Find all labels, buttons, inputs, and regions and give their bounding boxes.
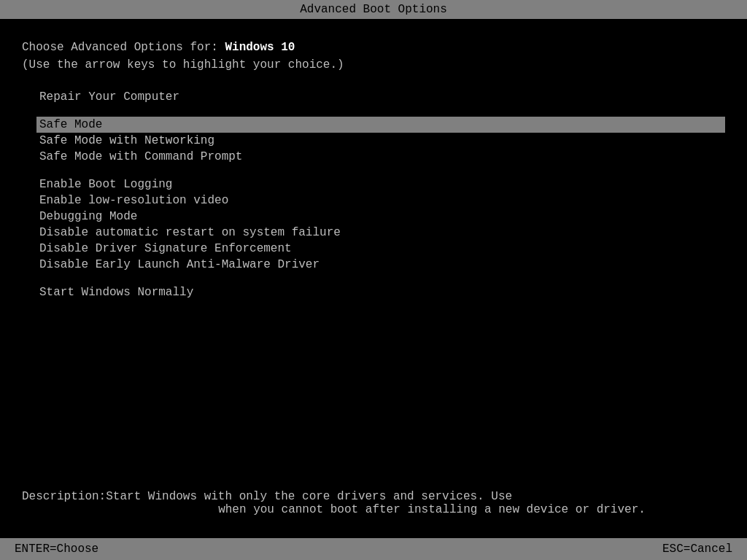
menu-item-disable-driver-sig[interactable]: Disable Driver Signature Enforcement	[36, 241, 725, 257]
header-line2: (Use the arrow keys to highlight your ch…	[22, 58, 725, 71]
menu-item-boot-logging[interactable]: Enable Boot Logging	[36, 176, 725, 192]
header-prefix: Choose Advanced Options for:	[22, 41, 225, 54]
description-line2: when you cannot boot after installing a …	[22, 503, 725, 516]
description-label: Description:	[22, 490, 106, 503]
description-text-line1: Start Windows with only the core drivers…	[106, 490, 512, 503]
spacer-2	[36, 165, 725, 176]
menu-item-start-normally[interactable]: Start Windows Normally	[36, 284, 725, 300]
enter-label: ENTER=Choose	[15, 542, 98, 556]
menu-section: Repair Your Computer Safe Mode Safe Mode…	[36, 89, 725, 300]
description-line1: Description: Start Windows with only the…	[22, 490, 725, 503]
menu-item-debugging[interactable]: Debugging Mode	[36, 209, 725, 225]
description-section: Description: Start Windows with only the…	[0, 490, 747, 516]
os-label: Windows 10	[225, 41, 295, 54]
footer-bar: ENTER=Choose ESC=Cancel	[0, 538, 747, 560]
esc-label: ESC=Cancel	[662, 542, 732, 556]
title-text: Advanced Boot Options	[300, 3, 447, 16]
menu-item-safe-mode[interactable]: Safe Mode	[36, 117, 725, 133]
menu-item-disable-early-launch[interactable]: Disable Early Launch Anti-Malware Driver	[36, 257, 725, 273]
title-bar: Advanced Boot Options	[0, 0, 747, 19]
spacer-3	[36, 273, 725, 284]
spacer-1	[36, 105, 725, 117]
menu-item-repair[interactable]: Repair Your Computer	[36, 89, 725, 105]
menu-item-disable-restart[interactable]: Disable automatic restart on system fail…	[36, 225, 725, 241]
main-content: Choose Advanced Options for: Windows 10 …	[0, 26, 747, 315]
menu-item-safe-mode-networking[interactable]: Safe Mode with Networking	[36, 133, 725, 149]
menu-item-low-res[interactable]: Enable low-resolution video	[36, 192, 725, 209]
menu-item-safe-mode-cmd[interactable]: Safe Mode with Command Prompt	[36, 149, 725, 165]
header-line1: Choose Advanced Options for: Windows 10	[22, 41, 725, 54]
